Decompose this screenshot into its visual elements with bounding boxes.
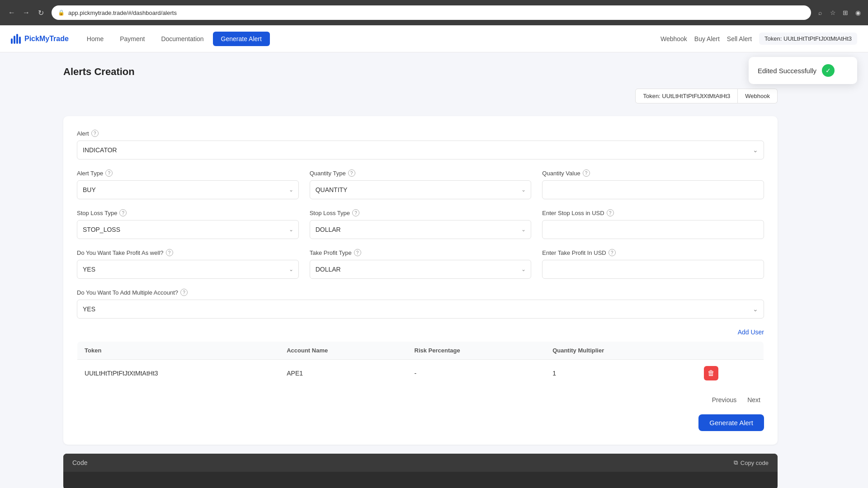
take-profit-label: Do You Want Take Profit As well? ? bbox=[77, 249, 299, 256]
stop-loss-usd-field: Enter Stop Loss in USD ? 1 bbox=[542, 209, 764, 239]
back-button[interactable]: ← bbox=[5, 6, 18, 19]
take-profit-field: Do You Want Take Profit As well? ? YES ⌄ bbox=[77, 249, 299, 279]
col-account-name: Account Name bbox=[279, 342, 407, 360]
page-header: Alerts Creation bbox=[63, 66, 778, 78]
copy-code-button[interactable]: ⧉ Copy code bbox=[734, 459, 769, 466]
take-profit-type-help-icon[interactable]: ? bbox=[354, 249, 361, 256]
brand-name: PickMyTrade bbox=[24, 35, 69, 43]
take-profit-usd-help-icon[interactable]: ? bbox=[609, 249, 616, 256]
multiple-account-label: Do You Want To Add Multiple Account? ? bbox=[77, 289, 764, 296]
meta-bar: Token: UUtLtHtTtPtFtJtXtMtAtHt3 Webhook bbox=[63, 89, 778, 103]
sell-alert-link[interactable]: Sell Alert bbox=[727, 35, 752, 42]
search-icon[interactable]: ⌕ bbox=[816, 8, 825, 17]
profile-icon[interactable]: ◉ bbox=[854, 8, 863, 17]
forward-button[interactable]: → bbox=[20, 6, 33, 19]
quantity-value-input[interactable]: 1 bbox=[542, 180, 764, 199]
browser-toolbar-icons: ⌕ ☆ ⊞ ◉ bbox=[816, 8, 863, 17]
take-profit-type-label: Take Profit Type ? bbox=[310, 249, 532, 256]
reload-button[interactable]: ↻ bbox=[34, 6, 47, 19]
stop-loss-type-label: Stop Loss Type ? bbox=[77, 209, 299, 216]
generate-section: Generate Alert bbox=[77, 414, 764, 431]
brand-logo bbox=[11, 34, 21, 44]
webhook-link[interactable]: Webhook bbox=[660, 35, 687, 42]
previous-button[interactable]: Previous bbox=[708, 394, 740, 405]
next-button[interactable]: Next bbox=[744, 394, 764, 405]
take-profit-type-select-wrapper: DOLLAR ⌄ bbox=[310, 260, 532, 279]
star-icon[interactable]: ☆ bbox=[828, 8, 837, 17]
multiple-account-help-icon[interactable]: ? bbox=[180, 289, 188, 296]
add-user-button[interactable]: Add User bbox=[738, 328, 764, 336]
page-title: Alerts Creation bbox=[63, 66, 778, 78]
nav-payment[interactable]: Payment bbox=[113, 32, 152, 46]
stop-loss-usd-input[interactable]: 1 bbox=[542, 220, 764, 239]
code-body bbox=[63, 472, 778, 488]
alert-type-select-wrapper: BUY ⌄ bbox=[77, 180, 299, 199]
quantity-type-label: Quantity Type ? bbox=[310, 169, 532, 177]
toast-message: Edited Successfully bbox=[758, 67, 816, 75]
url-text: app.pickmytrade.trade/#/dashboard/alerts bbox=[68, 9, 177, 16]
nav-home[interactable]: Home bbox=[80, 32, 111, 46]
alert-type-help-icon[interactable]: ? bbox=[105, 169, 113, 177]
alert-select[interactable]: INDICATOR ⌄ bbox=[77, 141, 764, 160]
trash-icon: 🗑 bbox=[708, 369, 715, 377]
quantity-type-field: Quantity Type ? QUANTITY ⌄ bbox=[310, 169, 532, 199]
take-profit-type-field: Take Profit Type ? DOLLAR ⌄ bbox=[310, 249, 532, 279]
generate-alert-button[interactable]: Generate Alert bbox=[698, 414, 764, 431]
stop-loss-usd-help-icon[interactable]: ? bbox=[607, 209, 614, 216]
take-profit-help-icon[interactable]: ? bbox=[166, 249, 173, 256]
multiple-account-select[interactable]: YES ⌄ bbox=[77, 300, 764, 319]
alert-type-field: Alert Type ? BUY ⌄ bbox=[77, 169, 299, 199]
stop-loss-type-select[interactable]: STOP_LOSS bbox=[77, 220, 299, 239]
pagination: Previous Next bbox=[77, 394, 764, 405]
take-profit-type-select[interactable]: DOLLAR bbox=[310, 260, 532, 279]
main-content: Alerts Creation Token: UUtLtHtTtPtFtJtXt… bbox=[0, 52, 868, 488]
table-head: Token Account Name Risk Percentage Quant… bbox=[77, 342, 764, 360]
alert-type-select[interactable]: BUY bbox=[77, 180, 299, 199]
take-profit-usd-input[interactable]: 1 bbox=[542, 260, 764, 279]
quantity-value-field: Quantity Value ? 1 bbox=[542, 169, 764, 199]
quantity-type-select[interactable]: QUANTITY bbox=[310, 180, 532, 199]
alert-label: Alert ? bbox=[77, 130, 764, 137]
brand-bar-1 bbox=[11, 38, 13, 44]
stop-loss-type-help-icon[interactable]: ? bbox=[119, 209, 127, 216]
browser-nav-buttons: ← → ↻ bbox=[5, 6, 47, 19]
table-section: Add User Token Account Name Risk Percent… bbox=[77, 328, 764, 405]
meta-webhook[interactable]: Webhook bbox=[738, 89, 778, 103]
table-body: UUtLtHtTtPtFtJtXtMtAtHt3 APE1 - 1 🗑 bbox=[77, 360, 764, 387]
stop-loss-type2-field: Stop Loss Type ? DOLLAR ⌄ bbox=[310, 209, 532, 239]
multiple-account-row: Do You Want To Add Multiple Account? ? Y… bbox=[77, 289, 764, 319]
row-token: UUtLtHtTtPtFtJtXtMtAtHt3 bbox=[77, 360, 280, 387]
row-account-name: APE1 bbox=[279, 360, 407, 387]
multiple-account-field: Do You Want To Add Multiple Account? ? Y… bbox=[77, 289, 764, 319]
alert-type-row: Alert Type ? BUY ⌄ Quantity Type ? bbox=[77, 169, 764, 199]
navbar-right: Webhook Buy Alert Sell Alert Token: UUtL… bbox=[660, 33, 857, 45]
navbar-nav: Home Payment Documentation Generate Aler… bbox=[80, 32, 660, 46]
extensions-icon[interactable]: ⊞ bbox=[841, 8, 850, 17]
nav-documentation[interactable]: Documentation bbox=[154, 32, 211, 46]
generate-alert-nav-button[interactable]: Generate Alert bbox=[213, 32, 270, 46]
alert-type-label: Alert Type ? bbox=[77, 169, 299, 177]
brand-bar-2 bbox=[14, 36, 15, 44]
code-label: Code bbox=[72, 459, 87, 466]
code-section: Code ⧉ Copy code bbox=[63, 454, 778, 488]
quantity-value-help-icon[interactable]: ? bbox=[583, 169, 590, 177]
chevron-down-icon: ⌄ bbox=[753, 146, 758, 154]
alert-field: Alert ? INDICATOR ⌄ bbox=[77, 130, 764, 160]
address-bar[interactable]: 🔒 app.pickmytrade.trade/#/dashboard/aler… bbox=[52, 5, 811, 20]
stop-loss-type2-help-icon[interactable]: ? bbox=[352, 209, 359, 216]
take-profit-usd-field: Enter Take Profit In USD ? 1 bbox=[542, 249, 764, 279]
col-actions bbox=[697, 342, 764, 360]
brand-bar-3 bbox=[16, 34, 18, 44]
meta-token: Token: UUtLtHtTtPtFtJtXtMtAtHt3 bbox=[635, 89, 738, 103]
toast-notification: Edited Successfully ✓ bbox=[749, 57, 857, 84]
alert-help-icon[interactable]: ? bbox=[91, 130, 99, 137]
take-profit-select[interactable]: YES bbox=[77, 260, 299, 279]
buy-alert-link[interactable]: Buy Alert bbox=[694, 35, 720, 42]
users-table: Token Account Name Risk Percentage Quant… bbox=[77, 341, 764, 387]
code-header: Code ⧉ Copy code bbox=[63, 454, 778, 472]
quantity-type-help-icon[interactable]: ? bbox=[348, 169, 355, 177]
delete-row-button[interactable]: 🗑 bbox=[704, 366, 718, 380]
table-row: UUtLtHtTtPtFtJtXtMtAtHt3 APE1 - 1 🗑 bbox=[77, 360, 764, 387]
stop-loss-type2-select[interactable]: DOLLAR bbox=[310, 220, 532, 239]
copy-code-label: Copy code bbox=[741, 460, 769, 466]
